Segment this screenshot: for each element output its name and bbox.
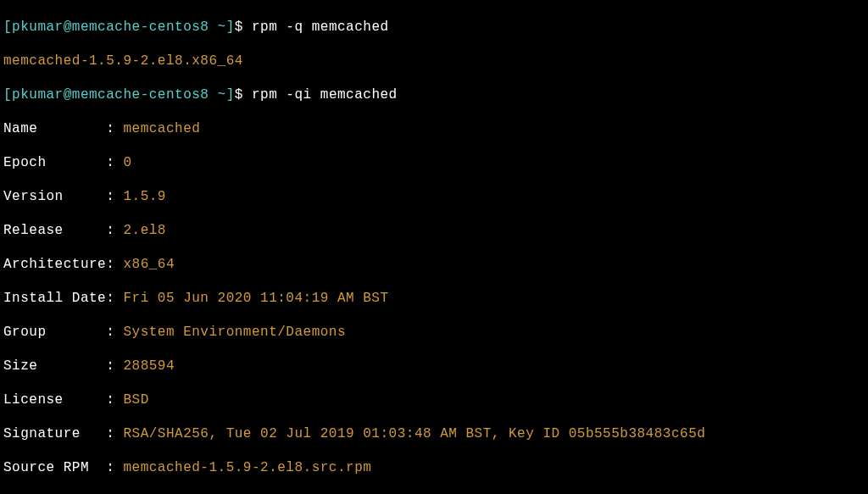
field-value: memcached [123,121,200,136]
prompt: [pkumar@memcache-centos8 ~] [3,87,235,103]
field-label: Name : [3,121,123,136]
field-label: Epoch : [3,155,123,170]
field-label: License : [3,392,123,408]
field-label: Architecture: [3,257,123,272]
field-value: BSD [123,392,148,408]
field-label: Group : [3,325,123,340]
command-line-2: [pkumar@memcache-centos8 ~]$ rpm -qi mem… [3,86,865,103]
dollar-sign: $ [235,19,243,35]
field-version: Version : 1.5.9 [3,188,865,205]
field-value: 2.el8 [123,223,166,238]
command-line-1: [pkumar@memcache-centos8 ~]$ rpm -q memc… [3,19,865,36]
field-label: Source RPM : [3,460,123,475]
field-architecture: Architecture: x86_64 [3,256,865,273]
field-size: Size : 288594 [3,358,865,375]
field-group: Group : System Environment/Daemons [3,324,865,341]
field-signature: Signature : RSA/SHA256, Tue 02 Jul 2019 … [3,425,865,442]
field-value: System Environment/Daemons [123,325,346,340]
command-text: rpm -q memcached [243,19,389,35]
field-name: Name : memcached [3,120,865,137]
output-line: memcached-1.5.9-2.el8.x86_64 [3,53,865,69]
dollar-sign: $ [235,87,243,103]
terminal[interactable]: [pkumar@memcache-centos8 ~]$ rpm -q memc… [0,0,868,494]
field-label: Release : [3,223,123,238]
field-label: Install Date: [3,291,123,306]
field-value: RSA/SHA256, Tue 02 Jul 2019 01:03:48 AM … [123,426,705,441]
command-text: rpm -qi memcached [243,87,398,103]
field-value: x86_64 [123,257,175,272]
field-label: Size : [3,358,123,374]
field-value: memcached-1.5.9-2.el8.src.rpm [123,460,371,475]
field-release: Release : 2.el8 [3,222,865,239]
field-label: Version : [3,189,123,204]
field-value: Fri 05 Jun 2020 11:04:19 AM BST [123,291,388,306]
field-license: License : BSD [3,391,865,408]
field-value: 288594 [123,358,175,374]
field-value: 0 [123,155,131,170]
field-value: 1.5.9 [123,189,166,204]
field-install-date: Install Date: Fri 05 Jun 2020 11:04:19 A… [3,290,865,307]
prompt: [pkumar@memcache-centos8 ~] [3,19,235,35]
field-label: Signature : [3,426,123,441]
field-source-rpm: Source RPM : memcached-1.5.9-2.el8.src.r… [3,459,865,476]
field-epoch: Epoch : 0 [3,154,865,171]
